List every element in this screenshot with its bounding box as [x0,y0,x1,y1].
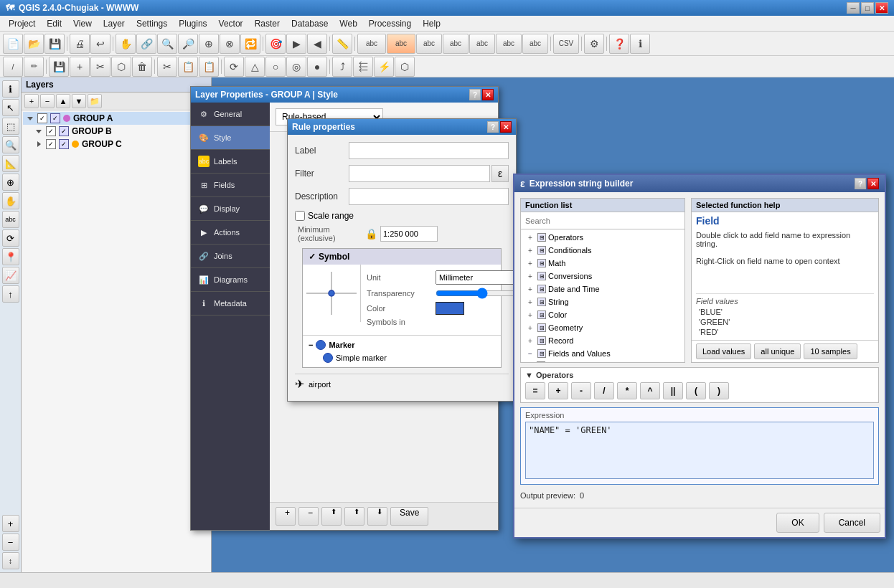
func-conversions[interactable]: + ⊞ Conversions [522,270,683,283]
zoom-out-button[interactable]: 🔎 [178,34,198,54]
paste-features-button[interactable]: 📋 [199,57,219,77]
sidebar-item-style[interactable]: 🎨 Style [191,126,270,150]
scale-value-input[interactable] [380,226,438,242]
select-left-icon[interactable]: ⬚ [2,118,19,135]
func-record[interactable]: + ⊞ Record [522,334,683,347]
remove-rule-button[interactable]: − [298,507,319,526]
new-project-button[interactable]: 📄 [3,34,23,54]
rule-props-close-button[interactable]: ✕ [500,121,512,133]
identify-left-icon[interactable]: 🔍 [2,136,19,153]
csv-button[interactable]: CSV [553,34,579,54]
menu-raster[interactable]: Raster [249,17,286,30]
label-left-icon[interactable]: abc [2,211,19,228]
rule-properties-dialog[interactable]: Rule properties ? ✕ Label Filter ε Descr… [287,118,517,402]
open-project-button[interactable]: 📂 [24,34,44,54]
select-button[interactable]: ▶ [286,34,306,54]
marker-tree-item[interactable]: − Marker [309,338,495,351]
label-btn7[interactable]: abc [522,34,548,54]
measure-left-icon[interactable]: 📐 [2,155,19,172]
rotate-button[interactable]: ⟳ [224,57,244,77]
expr-help-button[interactable]: ? [855,178,866,189]
label-input[interactable] [349,142,509,159]
add-rule-button[interactable]: + [276,507,296,526]
info-left-icon[interactable]: ℹ [2,80,19,98]
maximize-button[interactable]: □ [861,2,874,14]
move-feature-button[interactable]: ✂ [90,57,110,77]
layers-group-button[interactable]: 📁 [88,94,102,108]
settings-button[interactable]: ⚙ [584,34,604,54]
scale-range-checkbox[interactable] [295,211,305,221]
save-rule-button[interactable]: Save [390,507,428,526]
label-btn6[interactable]: abc [496,34,522,54]
label-btn3[interactable]: abc [416,34,442,54]
color-swatch[interactable] [436,302,464,315]
func-color[interactable]: + ⊞ Color [522,308,683,321]
undo-button[interactable]: ↩ [90,34,110,54]
checkbox2-group-b[interactable]: ✓ [59,126,69,136]
merge-button[interactable]: ⬡ [395,57,415,77]
menu-project[interactable]: Project [3,17,41,30]
expand-group-a[interactable] [26,114,34,123]
checkbox-group-c[interactable]: ✓ [46,139,56,149]
field-value-red[interactable]: 'RED' [696,327,874,337]
checkbox2-group-a[interactable]: ✓ [50,113,60,123]
menu-vector[interactable]: Vector [213,17,249,30]
expand-group-c[interactable] [34,140,43,148]
print-button[interactable]: 🖨 [70,34,90,54]
draw-point-button[interactable]: / [3,57,23,77]
menu-processing[interactable]: Processing [363,17,417,30]
menu-plugins[interactable]: Plugins [173,17,212,30]
func-string[interactable]: + ⊞ String [522,295,683,308]
func-fields-values[interactable]: − ⊞ Fields and Values [522,347,683,360]
menu-database[interactable]: Database [286,17,334,30]
graph-left-icon[interactable]: 📈 [2,267,19,284]
expr-ok-button[interactable]: OK [776,513,819,533]
layers-down-button[interactable]: ▼ [72,94,86,108]
filter-expr-button[interactable]: ε [491,165,509,182]
layer-item-group-a[interactable]: ✓ ✓ GROUP A [23,112,210,125]
op-power[interactable]: ^ [640,382,660,399]
func-operators[interactable]: + ⊞ Operators [522,231,683,244]
load-values-button[interactable]: Load values [696,343,751,359]
cursor-left-icon[interactable]: ↖ [2,99,19,116]
simple-marker-tree-item[interactable]: Simple marker [309,351,495,364]
sidebar-item-diagrams[interactable]: 📊 Diagrams [191,268,270,292]
help1-button[interactable]: ❓ [609,34,629,54]
save-project-button[interactable]: 💾 [44,34,65,54]
layer-item-group-c[interactable]: ✓ ✓ GROUP C [23,138,210,151]
sidebar-item-joins[interactable]: 🔗 Joins [191,245,270,268]
layer-item-group-b[interactable]: ✓ ✓ GROUP B [23,125,210,138]
layers-add-button[interactable]: + [24,94,39,108]
expression-builder-dialog[interactable]: ε Expression string builder ? ✕ Function… [513,174,886,539]
label-btn5[interactable]: abc [469,34,495,54]
move-up2-rule-button[interactable]: ⬆ [344,507,364,526]
delete-selected-button[interactable]: 🗑 [132,57,152,77]
symbol-checkbox[interactable]: ✓ [309,252,316,262]
rule-props-help-button[interactable]: ? [487,121,499,133]
func-geometry[interactable]: + ⊞ Geometry [522,321,683,334]
description-input[interactable] [349,188,509,205]
layer-props-help-button[interactable]: ? [469,89,481,100]
refresh-button[interactable]: 🔁 [240,34,260,54]
op-plus[interactable]: + [548,382,568,399]
op-open-paren[interactable]: ( [686,382,706,399]
minimize-button[interactable]: ─ [847,2,860,14]
layer-props-close-button[interactable]: ✕ [482,89,494,100]
menu-edit[interactable]: Edit [41,17,67,30]
func-field-id[interactable]: ▦ id [522,360,683,362]
field-value-blue[interactable]: 'BLUE' [696,307,874,317]
pan-tool[interactable]: ✋ [116,34,136,54]
add-feature-button[interactable]: + [70,57,90,77]
checkbox-group-a[interactable]: ✓ [37,113,47,123]
reshape-button[interactable]: ⬱ [353,57,373,77]
pan-map-button[interactable]: 🔗 [136,34,156,54]
zoom-left-icon[interactable]: ⊕ [2,174,19,191]
sidebar-item-general[interactable]: ⚙ General [191,103,270,126]
sidebar-item-display[interactable]: 💬 Display [191,197,270,221]
scale-lock-icon[interactable]: 🔒 [365,228,377,240]
sidebar-item-labels[interactable]: abc Labels [191,150,270,174]
ten-samples-button[interactable]: 10 samples [804,343,857,359]
menu-view[interactable]: View [67,17,98,30]
north-left-icon[interactable]: ↑ [2,285,19,303]
all-unique-button[interactable]: all unique [754,343,801,359]
